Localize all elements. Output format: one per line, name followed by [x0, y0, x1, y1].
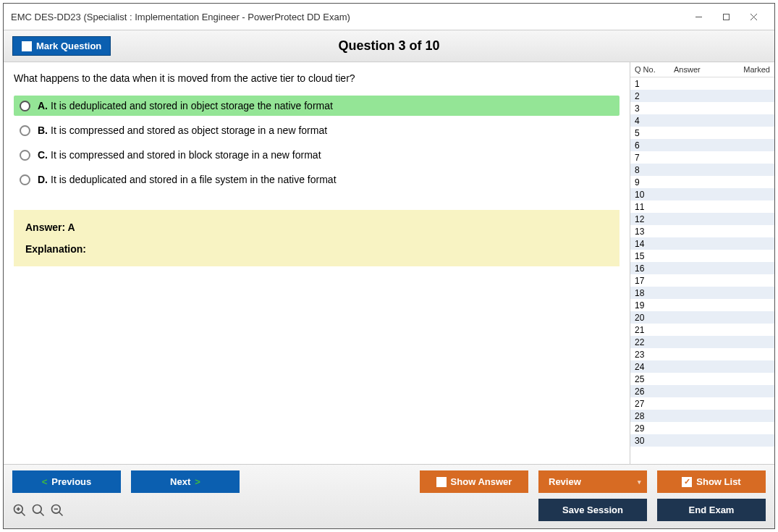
checkbox-icon [22, 41, 32, 51]
question-list-row[interactable]: 2 [630, 90, 774, 102]
previous-button[interactable]: < Previous [12, 470, 121, 493]
show-answer-label: Show Answer [451, 476, 512, 487]
row-qno: 2 [635, 91, 664, 101]
question-list-row[interactable]: 26 [630, 385, 774, 397]
mark-question-button[interactable]: Mark Question [12, 36, 111, 56]
svg-point-8 [33, 504, 42, 513]
row-qno: 6 [635, 140, 664, 151]
question-list-row[interactable]: 3 [630, 102, 774, 114]
radio-icon [20, 101, 30, 111]
previous-label: Previous [51, 476, 91, 487]
question-list-panel: Q No. Answer Marked 12345678910111213141… [630, 62, 774, 464]
row-qno: 17 [635, 276, 664, 286]
option-text: It is compressed and stored in block sto… [51, 149, 321, 161]
question-list-row[interactable]: 17 [630, 274, 774, 287]
next-button[interactable]: Next > [131, 470, 240, 493]
save-session-button[interactable]: Save Session [538, 499, 647, 521]
zoom-in-button[interactable] [12, 503, 27, 518]
row-qno: 12 [635, 214, 664, 224]
close-icon [750, 13, 758, 21]
zoom-reset-button[interactable] [31, 503, 46, 518]
option-d[interactable]: D. It is deduplicated and stored in a fi… [14, 169, 620, 190]
next-label: Next [170, 476, 190, 487]
question-list-row[interactable]: 11 [630, 200, 774, 213]
body: What happens to the data when it is move… [4, 62, 774, 464]
question-list-row[interactable]: 15 [630, 250, 774, 262]
question-list-row[interactable]: 5 [630, 127, 774, 139]
save-session-label: Save Session [562, 504, 623, 515]
window-title: EMC DES-DD23 (Specialist : Implementatio… [11, 12, 350, 22]
question-list-row[interactable]: 9 [630, 176, 774, 188]
question-list-row[interactable]: 6 [630, 139, 774, 151]
question-list-row[interactable]: 28 [630, 410, 774, 422]
question-list-row[interactable]: 7 [630, 151, 774, 164]
maximize-button[interactable] [712, 8, 740, 25]
question-list-row[interactable]: 22 [630, 336, 774, 348]
question-list-row[interactable]: 29 [630, 422, 774, 434]
question-list-row[interactable]: 27 [630, 397, 774, 410]
review-button[interactable]: Review ▾ [538, 470, 647, 493]
footer: < Previous Next > Show Answer Review ▾ S… [4, 464, 774, 528]
svg-line-11 [59, 512, 63, 515]
svg-line-5 [22, 512, 25, 515]
row-qno: 20 [635, 313, 664, 323]
maximize-icon [722, 13, 730, 21]
zoom-out-button[interactable] [50, 503, 64, 518]
question-list-row[interactable]: 19 [630, 299, 774, 311]
option-letter: B. [38, 124, 48, 136]
question-list-row[interactable]: 20 [630, 311, 774, 324]
end-exam-button[interactable]: End Exam [657, 499, 766, 521]
zoom-controls [12, 503, 64, 518]
checkbox-checked-icon [682, 477, 692, 487]
option-a[interactable]: A. It is deduplicated and stored in obje… [14, 96, 620, 116]
zoom-in-icon [12, 503, 27, 518]
row-qno: 27 [635, 399, 664, 409]
checkbox-icon [436, 477, 447, 487]
question-list-row[interactable]: 1 [630, 77, 774, 90]
question-list-row[interactable]: 10 [630, 188, 774, 200]
show-list-label: Show List [696, 476, 740, 487]
row-qno: 10 [635, 190, 664, 200]
radio-icon [20, 174, 30, 185]
question-list-row[interactable]: 30 [630, 434, 774, 447]
chevron-left-icon: < [42, 476, 48, 487]
question-list-row[interactable]: 12 [630, 213, 774, 225]
row-qno: 28 [635, 411, 664, 421]
question-list-row[interactable]: 16 [630, 262, 774, 274]
question-list-row[interactable]: 25 [630, 373, 774, 385]
question-list-row[interactable]: 8 [630, 164, 774, 176]
row-qno: 13 [635, 227, 664, 237]
question-list-row[interactable]: 23 [630, 348, 774, 360]
option-text: It is compressed and stored as object st… [51, 124, 327, 136]
minimize-button[interactable] [685, 8, 712, 25]
review-label: Review [549, 476, 581, 487]
show-answer-button[interactable]: Show Answer [420, 470, 528, 493]
row-qno: 19 [635, 300, 664, 311]
question-list-row[interactable]: 24 [630, 360, 774, 373]
col-header-answer: Answer [664, 65, 732, 74]
row-qno: 22 [635, 337, 664, 347]
answer-box: Answer: A Explanation: [14, 210, 620, 266]
close-button[interactable] [740, 8, 767, 25]
question-list-row[interactable]: 13 [630, 225, 774, 237]
options-list: A. It is deduplicated and stored in obje… [14, 96, 620, 190]
question-list-row[interactable]: 21 [630, 324, 774, 336]
question-list-row[interactable]: 18 [630, 287, 774, 299]
question-list-row[interactable]: 4 [630, 114, 774, 127]
svg-rect-1 [723, 14, 729, 20]
answer-line: Answer: A [25, 221, 608, 233]
minimize-icon [695, 13, 703, 21]
question-list-body[interactable]: 1234567891011121314151617181920212223242… [630, 77, 774, 464]
question-counter: Question 3 of 10 [338, 38, 439, 54]
titlebar: EMC DES-DD23 (Specialist : Implementatio… [4, 4, 774, 30]
chevron-right-icon: > [195, 476, 200, 487]
col-header-marked: Marked [732, 65, 770, 74]
end-exam-label: End Exam [689, 504, 735, 515]
row-qno: 23 [635, 350, 664, 360]
option-c[interactable]: C. It is compressed and stored in block … [14, 145, 620, 165]
question-header: Mark Question Question 3 of 10 [4, 30, 774, 62]
question-list-row[interactable]: 14 [630, 237, 774, 250]
row-qno: 18 [635, 288, 664, 298]
option-b[interactable]: B. It is compressed and stored as object… [14, 120, 620, 140]
show-list-button[interactable]: Show List [657, 470, 766, 493]
